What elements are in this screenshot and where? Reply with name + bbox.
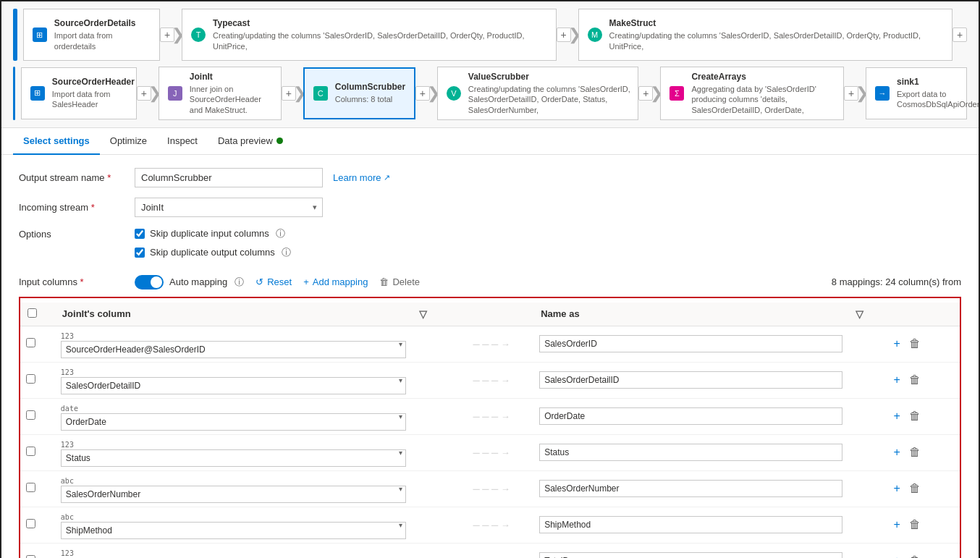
skip-output-checkbox[interactable] bbox=[135, 248, 145, 258]
row-delete-button[interactable]: 🗑 bbox=[908, 336, 922, 352]
node-ValueScrubber[interactable]: V ValueScrubber Creating/updating the co… bbox=[437, 67, 639, 120]
auto-mapping-wrap: Auto mapping ⓘ bbox=[135, 275, 244, 289]
row-nameas-input[interactable] bbox=[539, 444, 842, 461]
row-nameas-input[interactable] bbox=[539, 480, 842, 497]
row-nameas-input[interactable] bbox=[539, 335, 842, 352]
tab-select-settings[interactable]: Select settings bbox=[13, 128, 100, 155]
output-stream-input[interactable] bbox=[135, 168, 323, 187]
row-add-button[interactable]: + bbox=[892, 372, 901, 388]
action-buttons: ↺ Reset + Add mapping 🗑 Delete bbox=[255, 276, 420, 287]
row-checkbox[interactable] bbox=[26, 374, 35, 384]
options-checkboxes: Skip duplicate input columns ⓘ Skip dupl… bbox=[135, 227, 291, 265]
type-badge: abc bbox=[61, 513, 74, 521]
auto-mapping-info-icon[interactable]: ⓘ bbox=[235, 276, 244, 289]
arrow-dash: ─ ─ ─ → bbox=[473, 411, 510, 422]
row-add-button[interactable]: + bbox=[892, 336, 901, 352]
row-add-button[interactable]: + bbox=[892, 444, 901, 460]
add-icon: + bbox=[303, 276, 309, 287]
row-checkbox[interactable] bbox=[26, 555, 35, 558]
row-filter-cell bbox=[412, 326, 449, 362]
row-delete-button[interactable]: 🗑 bbox=[908, 372, 922, 388]
node-SourceOrderDetails[interactable]: ⊞ SourceOrderDetails Import data from or… bbox=[23, 9, 160, 61]
row-actions-cell: + 🗑 bbox=[886, 362, 960, 398]
row-filter-cell bbox=[412, 543, 449, 558]
skip-input-checkbox[interactable] bbox=[135, 229, 145, 239]
node-sink1[interactable]: → sink1 Export data to CosmosDbSqlApiOrd… bbox=[866, 67, 967, 119]
incoming-stream-select[interactable]: JoinIt bbox=[135, 198, 323, 217]
node-Typecast[interactable]: T Typecast Creating/updating the columns… bbox=[182, 9, 556, 61]
row-nameas-input[interactable] bbox=[539, 552, 842, 558]
add-after-makestruct[interactable]: + bbox=[952, 28, 967, 42]
reset-button[interactable]: ↺ Reset bbox=[255, 276, 292, 287]
auto-mapping-toggle[interactable] bbox=[135, 275, 164, 289]
row-column-select[interactable]: OrderDate bbox=[61, 413, 406, 431]
row-checkbox-cell bbox=[20, 326, 55, 362]
skip-input-info-icon[interactable]: ⓘ bbox=[276, 227, 285, 240]
row-column-select[interactable]: ShipMethod bbox=[61, 522, 406, 539]
row-column-select[interactable]: SourceOrderHeader@SalesOrderID bbox=[61, 341, 406, 358]
node-SourceOrderHeader[interactable]: ⊞ SourceOrderHeader Import data from Sal… bbox=[21, 67, 137, 119]
row-nameas-input[interactable] bbox=[539, 516, 842, 533]
row-filter2-cell bbox=[848, 470, 886, 507]
row-delete-button[interactable]: 🗑 bbox=[908, 481, 922, 496]
row-add-button[interactable]: + bbox=[892, 553, 901, 558]
row-column-select[interactable]: Status bbox=[61, 449, 406, 467]
select-all-checkbox[interactable] bbox=[28, 308, 37, 318]
row-checkbox[interactable] bbox=[26, 519, 35, 528]
node-MakeStruct[interactable]: M MakeStruct Creating/updating the colum… bbox=[578, 9, 952, 61]
arrow-line: ─ ─ ─ → bbox=[455, 375, 528, 386]
row-column-cell: date OrderDate ▾ bbox=[55, 398, 412, 434]
table-row: 123 TotalDue ▾ ─ ─ ─ → + 🗑 bbox=[20, 543, 960, 558]
tab-inspect[interactable]: Inspect bbox=[157, 128, 208, 155]
input-columns-row: Input columns * Auto mapping ⓘ ↺ Reset +… bbox=[19, 275, 961, 289]
row-actions-cell: + 🗑 bbox=[886, 398, 960, 434]
node-ColumnScrubber[interactable]: C ColumnScrubber Columns: 8 total bbox=[303, 67, 415, 119]
skip-output-row: Skip duplicate output columns ⓘ bbox=[135, 246, 291, 259]
filter-icon-2[interactable]: ▽ bbox=[856, 308, 863, 320]
th-checkbox bbox=[20, 303, 55, 326]
row-column-select[interactable]: SalesOrderNumber bbox=[61, 486, 406, 503]
row-add-button[interactable]: + bbox=[892, 408, 901, 424]
th-arrow bbox=[449, 303, 533, 326]
pipeline-row-1: ⊞ SourceOrderDetails Import data from or… bbox=[13, 9, 967, 61]
skip-input-label: Skip duplicate input columns bbox=[150, 228, 269, 239]
row-add-button[interactable]: + bbox=[892, 481, 901, 496]
reset-icon: ↺ bbox=[255, 276, 263, 287]
th-nameas: Name as bbox=[533, 303, 848, 326]
row-add-button[interactable]: + bbox=[892, 517, 901, 533]
table-row: date OrderDate ▾ ─ ─ ─ → + 🗑 bbox=[20, 398, 960, 434]
tab-optimize[interactable]: Optimize bbox=[100, 128, 157, 155]
row-nameas-cell bbox=[533, 326, 848, 362]
node-title: JoinIt bbox=[190, 72, 274, 82]
row-checkbox[interactable] bbox=[26, 410, 35, 420]
row-delete-button[interactable]: 🗑 bbox=[908, 408, 922, 424]
row-actions-cell: + 🗑 bbox=[886, 470, 960, 507]
row-checkbox-cell bbox=[20, 398, 55, 434]
node-CreateArrays[interactable]: Σ CreateArrays Aggregating data by 'Sale… bbox=[660, 67, 844, 120]
delete-button[interactable]: 🗑 Delete bbox=[379, 276, 420, 287]
row-nameas-input[interactable] bbox=[539, 407, 842, 425]
node-JoinIt[interactable]: J JoinIt Inner join on SourceOrderHeader… bbox=[159, 67, 282, 120]
row-checkbox[interactable] bbox=[26, 338, 35, 347]
row-column-select[interactable]: SalesOrderDetailID bbox=[61, 377, 406, 394]
createarrays-icon: Σ bbox=[668, 85, 685, 102]
row-checkbox[interactable] bbox=[26, 483, 35, 492]
node-desc: Creating/updating the columns 'SalesOrde… bbox=[468, 84, 631, 115]
row-checkbox[interactable] bbox=[26, 447, 35, 456]
arrow-line: ─ ─ ─ → bbox=[455, 520, 528, 530]
pipeline-area: ⊞ SourceOrderDetails Import data from or… bbox=[1, 1, 979, 128]
row-delete-button[interactable]: 🗑 bbox=[908, 444, 922, 460]
skip-output-info-icon[interactable]: ⓘ bbox=[282, 246, 291, 259]
row-delete-button[interactable]: 🗑 bbox=[908, 517, 922, 533]
arrow-line: ─ ─ ─ → bbox=[455, 447, 528, 458]
tab-data-preview[interactable]: Data preview bbox=[208, 128, 293, 155]
add-mapping-button[interactable]: + Add mapping bbox=[303, 276, 368, 287]
filter-icon-1[interactable]: ▽ bbox=[419, 308, 427, 320]
learn-more-link[interactable]: Learn more ↗ bbox=[333, 172, 390, 183]
node-desc: Creating/updating the columns 'SalesOrde… bbox=[213, 30, 548, 51]
row-delete-button[interactable]: 🗑 bbox=[908, 553, 922, 558]
source2-icon: ⊞ bbox=[29, 85, 46, 102]
type-badge: 123 bbox=[61, 368, 74, 376]
row-nameas-cell bbox=[533, 434, 848, 470]
row-nameas-input[interactable] bbox=[539, 371, 842, 389]
